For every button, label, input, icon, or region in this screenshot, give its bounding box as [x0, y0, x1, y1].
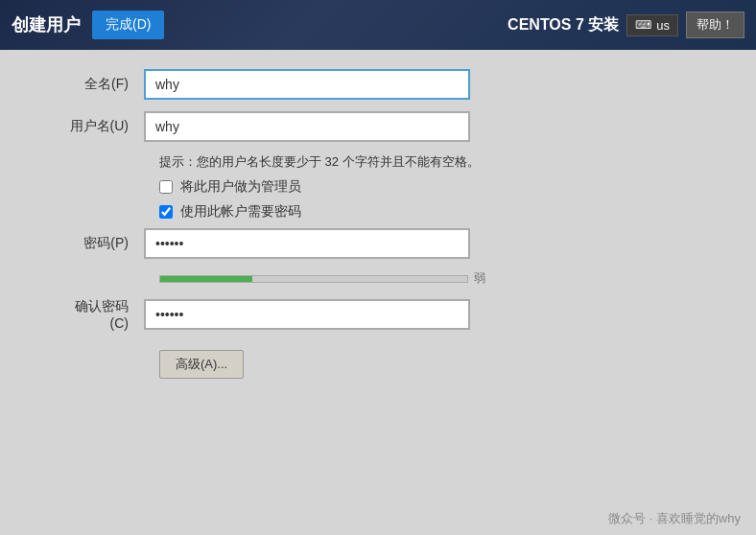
keyboard-icon: ⌨	[635, 18, 651, 32]
main-content: 全名(F) 用户名(U) 提示：您的用户名长度要少于 32 个字符并且不能有空格…	[0, 50, 756, 535]
username-row: 用户名(U)	[58, 111, 698, 142]
password-label: 密码(P)	[58, 235, 144, 252]
keyboard-lang: us	[656, 18, 670, 33]
page-title: 创建用户	[12, 13, 81, 36]
footer: 微众号 · 喜欢睡觉的why	[0, 502, 756, 535]
hint-row: 提示：您的用户名长度要少于 32 个字符并且不能有空格。	[159, 153, 698, 171]
fullname-input[interactable]	[144, 69, 470, 100]
admin-checkbox-label[interactable]: 将此用户做为管理员	[180, 178, 301, 196]
confirm-password-row: 确认密码(C)	[58, 298, 698, 331]
admin-checkbox-row: 将此用户做为管理员	[159, 178, 698, 196]
hint-text: 提示：您的用户名长度要少于 32 个字符并且不能有空格。	[159, 153, 485, 171]
fullname-label: 全名(F)	[58, 76, 144, 93]
confirm-label: 确认密码(C)	[58, 298, 144, 331]
fullname-row: 全名(F)	[58, 69, 698, 100]
strength-label: 弱	[474, 270, 485, 287]
centos-title: CENTOS 7 安装	[508, 15, 619, 35]
header-left: 创建用户 完成(D)	[12, 11, 164, 39]
keyboard-indicator[interactable]: ⌨ us	[626, 14, 678, 36]
require-password-label[interactable]: 使用此帐户需要密码	[180, 203, 301, 221]
header-bar: 创建用户 完成(D) CENTOS 7 安装 ⌨ us 帮助！	[0, 0, 756, 50]
done-button[interactable]: 完成(D)	[92, 11, 164, 39]
advanced-button[interactable]: 高级(A)...	[159, 350, 244, 379]
header-right: CENTOS 7 安装 ⌨ us 帮助！	[508, 12, 744, 38]
admin-checkbox[interactable]	[159, 180, 173, 194]
require-password-checkbox[interactable]	[159, 205, 173, 219]
strength-bar-fill	[160, 276, 252, 282]
password-row: 密码(P)	[58, 228, 698, 259]
require-password-row: 使用此帐户需要密码	[159, 203, 698, 221]
username-input[interactable]	[144, 111, 470, 142]
strength-bar-container	[159, 275, 468, 283]
confirm-password-input[interactable]	[144, 299, 470, 330]
watermark-text: 微众号 · 喜欢睡觉的why	[608, 511, 741, 525]
password-input[interactable]	[144, 228, 470, 259]
password-strength-row: 弱	[159, 270, 485, 287]
username-label: 用户名(U)	[58, 118, 144, 135]
form-area: 全名(F) 用户名(U) 提示：您的用户名长度要少于 32 个字符并且不能有空格…	[0, 50, 756, 502]
help-button[interactable]: 帮助！	[686, 12, 744, 38]
